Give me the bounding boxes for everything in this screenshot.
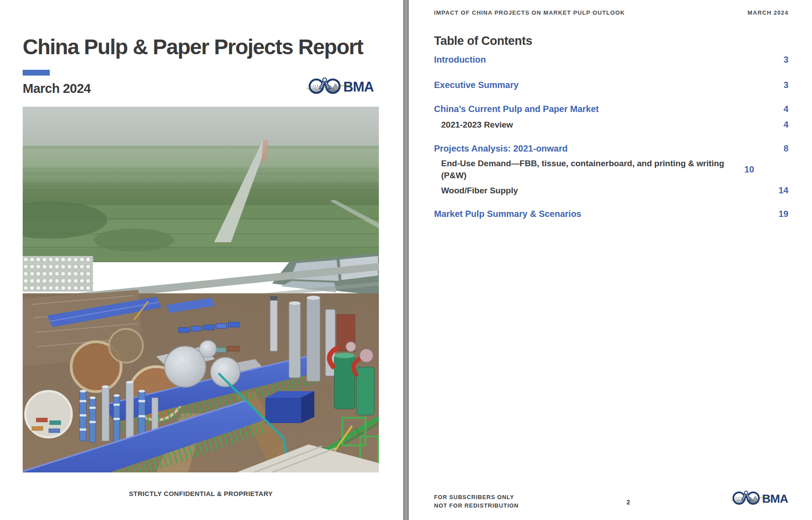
- toc-page-number: 8: [769, 144, 788, 154]
- table-of-contents: Introduction 3 Executive Summary 3 China…: [434, 51, 788, 220]
- toc-entry-wood-fiber-supply[interactable]: Wood/Fiber Supply 14: [434, 184, 788, 196]
- focus-wheel: [322, 78, 326, 82]
- toc-page-number: 3: [769, 80, 788, 90]
- confidentiality-note: STRICTLY CONFIDENTIAL & PROPRIETARY: [23, 490, 379, 497]
- accent-dash: [23, 70, 50, 76]
- report-title: China Pulp & Paper Projects Report: [23, 36, 383, 59]
- toc-page: IMPACT OF CHINA PROJECTS ON MARKET PULP …: [409, 0, 812, 520]
- bma-logo-footer: BMA: [730, 489, 792, 507]
- toc-entry-end-use-demand[interactable]: End-Use Demand—FBB, tissue, containerboa…: [434, 157, 788, 181]
- toc-page-number: 4: [769, 120, 788, 130]
- toc-entry-introduction[interactable]: Introduction 3: [434, 54, 788, 66]
- toc-entry-projects-analysis[interactable]: Projects Analysis: 2021-onward 8: [434, 143, 788, 155]
- subscriber-notice-line2: NOT FOR REDISTRIBUTION: [434, 502, 519, 510]
- subscriber-notice: FOR SUBSCRIBERS ONLY NOT FOR REDISTRIBUT…: [434, 493, 519, 510]
- cover-photo-aerial-mill-construction: [23, 107, 379, 472]
- toc-entry-2021-2023-review[interactable]: 2021-2023 Review 4: [434, 119, 788, 131]
- toc-page-number: 19: [769, 209, 788, 219]
- toc-page-number: 3: [769, 55, 788, 65]
- focus-wheel: [744, 491, 748, 495]
- two-page-spread: China Pulp & Paper Projects Report March…: [0, 0, 812, 520]
- page-number: 2: [627, 499, 630, 506]
- subscriber-notice-line1: FOR SUBSCRIBERS ONLY: [434, 493, 519, 502]
- toc-page-number: 14: [769, 185, 788, 196]
- report-date: March 2024: [23, 81, 91, 96]
- cover-page: China Pulp & Paper Projects Report March…: [0, 0, 403, 520]
- running-header-date: MARCH 2024: [748, 9, 788, 16]
- toc-heading: Table of Contents: [434, 34, 532, 48]
- toc-page-number: 10: [735, 164, 754, 175]
- toc-entry-china-current-market[interactable]: China’s Current Pulp and Paper Market 4: [434, 103, 788, 115]
- page-divider: [403, 0, 409, 520]
- toc-entry-market-pulp-summary[interactable]: Market Pulp Summary & Scenarios 19: [434, 208, 788, 220]
- running-header-title: IMPACT OF CHINA PROJECTS ON MARKET PULP …: [434, 9, 625, 16]
- toc-page-number: 4: [769, 104, 788, 114]
- logo-wordmark: BMA: [343, 79, 374, 95]
- toc-entry-executive-summary[interactable]: Executive Summary 3: [434, 79, 788, 91]
- logo-wordmark: BMA: [762, 492, 788, 505]
- bma-logo: BMA: [306, 76, 379, 96]
